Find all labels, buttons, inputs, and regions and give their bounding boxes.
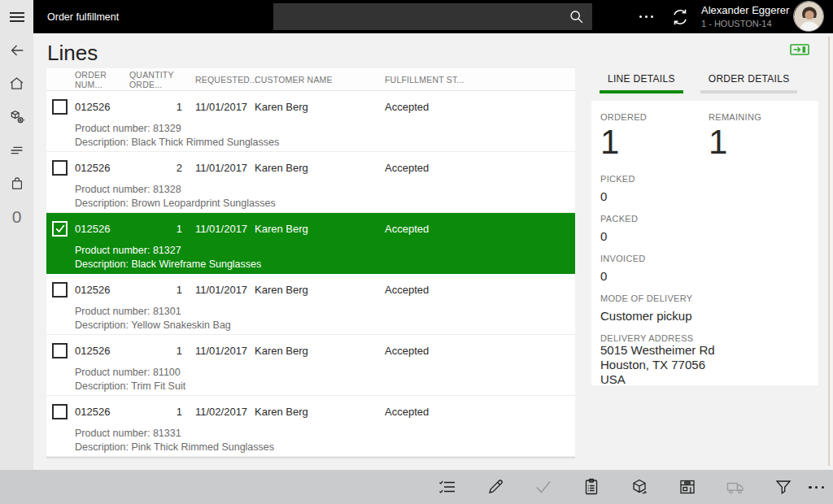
col-fulfillment-status[interactable]: FULFILLMENT ST... [385,75,575,85]
user-register: 1 - HOUSTON-14 [701,19,786,28]
row-checkbox[interactable] [52,282,68,298]
product-number-line: Product number: 81329 [75,122,575,136]
mode-of-delivery-value: Customer pickup [600,309,809,323]
quantity-cell: 2 [129,162,182,174]
fulfillment-status-cell: Accepted [385,162,575,174]
order-number-cell: 012526 [75,223,129,235]
requested-date-cell: 11/01/2017 [182,101,255,113]
scrollbar[interactable] [828,37,830,466]
filter-button[interactable] [774,477,793,497]
address-line-1: 5015 Westheimer Rd [600,343,809,358]
address-line-3: USA [600,372,809,387]
products-boxes-icon [8,108,26,126]
row-checkbox[interactable] [52,404,68,419]
appbar: Order fulfillment Alexander Eggerer 1 - … [0,0,833,33]
avatar-photo [794,2,824,32]
sidebar-item-products[interactable] [0,100,33,133]
table-row[interactable]: 012526 1 11/01/2017 Karen Berg Accepted … [46,335,575,396]
row-checkbox[interactable] [52,160,68,176]
customer-name-cell: Karen Berg [255,162,385,174]
ship-button[interactable] [726,477,745,497]
more-ellipsis-icon [809,486,811,489]
shopping-bag-icon [9,175,25,192]
pack-button[interactable] [630,477,649,497]
truck-icon [726,477,745,497]
hamburger-menu-button[interactable] [0,0,33,33]
search-input[interactable] [273,11,568,23]
sidebar-item-shopping-bag[interactable] [0,167,33,200]
col-order-number[interactable]: ORDER NUM... [75,70,129,89]
app-title: Order fulfillment [47,0,119,33]
collapse-right-icon [790,44,809,55]
ordered-value: 1 [600,124,709,161]
order-number-cell: 012526 [75,162,129,174]
description-line: Description: Brown Leopardprint Sunglass… [75,197,575,211]
fulfillment-status-cell: Accepted [385,101,575,113]
quantity-cell: 1 [129,345,182,357]
main-content: Lines ORDER NUM... QUANTITY ORDE... REQU… [33,33,833,470]
sidebar-item-home[interactable] [0,67,33,100]
refresh-button[interactable] [669,7,691,28]
table-row[interactable]: 012526 2 11/01/2017 Karen Berg Accepted … [46,152,575,213]
collapse-panel-button[interactable] [790,44,809,59]
order-number-cell: 012526 [75,284,129,296]
search-box[interactable] [273,3,592,30]
table-row[interactable]: 012526 1 11/01/2017 Karen Berg Accepted … [46,91,575,152]
stat-ordered: ORDERED 1 [600,112,709,161]
search-icon[interactable] [568,8,586,26]
row-checkbox[interactable] [52,343,68,358]
sidebar-back-button[interactable] [0,33,33,67]
product-number-line: Product number: 81100 [75,366,575,380]
stat-packed: PACKED 0 [600,214,809,243]
order-number-cell: 012526 [75,406,129,418]
refresh-sync-icon [669,7,691,28]
quantity-cell: 1 [129,284,182,296]
lines-table: ORDER NUM... QUANTITY ORDE... REQUESTED.… [46,68,575,458]
col-customer-name[interactable]: CUSTOMER NAME [255,75,385,85]
tab-line-details[interactable]: LINE DETAILS [600,68,683,93]
fulfillment-status-cell: Accepted [385,406,575,418]
toolbar-more-button[interactable] [807,477,826,497]
table-row[interactable]: 012526 1 11/01/2017 Karen Berg Accepted … [46,213,575,274]
customer-name-cell: Karen Berg [255,345,385,357]
filter-funnel-icon [774,477,793,497]
invoice-button[interactable] [678,477,697,497]
stat-remaining: REMAINING 1 [709,112,809,161]
appbar-more-button[interactable] [635,0,656,33]
hamburger-icon [9,11,25,23]
row-checkbox[interactable] [52,221,68,237]
tab-order-details[interactable]: ORDER DETAILS [700,68,798,93]
accept-button[interactable] [534,477,553,497]
sidebar-item-lines[interactable] [0,133,33,167]
lines-list-icon [8,141,26,159]
delivery-address: DELIVERY ADDRESS 5015 Westheimer Rd Hous… [600,333,809,387]
user-name: Alexander Eggerer [701,4,786,16]
fulfillment-status-cell: Accepted [385,345,575,357]
description-line: Description: Trim Fit Suit [75,380,575,393]
table-row[interactable]: 012526 1 11/01/2017 Karen Berg Accepted … [46,274,575,335]
picked-value: 0 [600,189,809,203]
sidebar-cart-count[interactable]: 0 [0,200,33,233]
checkmark-icon [534,477,553,497]
edit-button[interactable] [486,477,505,497]
fulfillment-status-cell: Accepted [385,223,575,235]
ellipsis-icon [639,15,642,18]
requested-date-cell: 11/01/2017 [182,162,255,174]
multi-select-button[interactable] [438,477,457,497]
stat-invoiced: INVOICED 0 [600,254,809,283]
pick-button[interactable] [582,477,601,497]
pack-box-icon [630,477,649,497]
col-quantity[interactable]: QUANTITY ORDE... [129,70,182,89]
remaining-value: 1 [709,124,809,161]
user-block[interactable]: Alexander Eggerer 1 - HOUSTON-14 [701,4,786,28]
col-requested[interactable]: REQUESTED... [182,75,255,85]
multi-select-icon [438,477,457,497]
check-icon [55,223,66,234]
row-checkbox[interactable] [52,99,68,115]
cart-count-value: 0 [12,207,22,227]
description-line: Description: Yellow Snakeskin Bag [75,319,575,332]
address-line-2: Houston, TX 77056 [600,358,809,372]
user-avatar[interactable] [793,1,824,32]
table-row[interactable]: 012526 1 11/02/2017 Karen Berg Accepted … [46,396,575,457]
bottom-toolbar [0,470,833,504]
